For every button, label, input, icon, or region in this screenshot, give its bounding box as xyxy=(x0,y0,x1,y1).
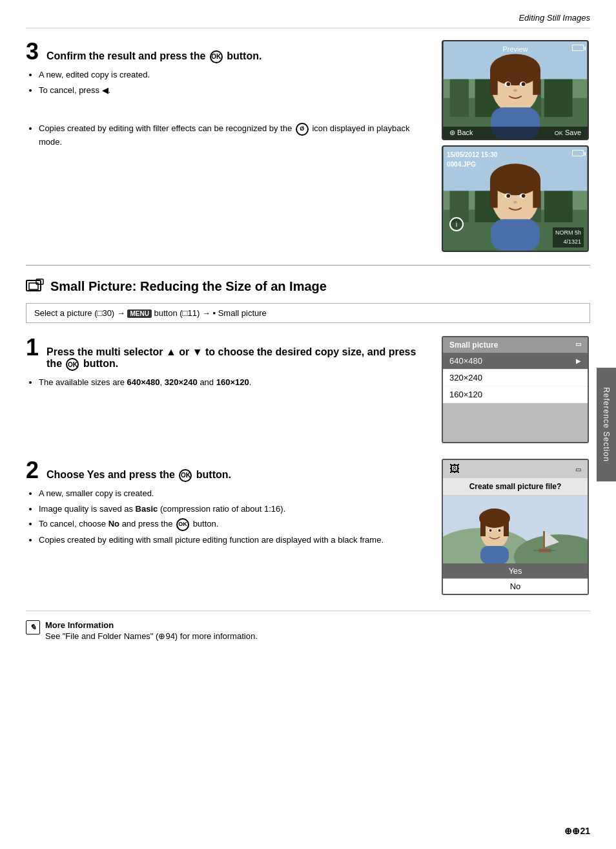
ok-icon-step1: OK xyxy=(66,358,79,371)
step-3-title: Confirm the result and press the OK butt… xyxy=(46,50,262,63)
step-2-title: Choose Yes and press the OK button. xyxy=(46,469,231,482)
step-3-number: 3 xyxy=(26,40,39,63)
page-header-title: Editing Still Images xyxy=(26,13,590,28)
svg-point-14 xyxy=(522,82,526,86)
svg-rect-52 xyxy=(480,546,509,563)
menu-battery: ▭ xyxy=(575,341,581,350)
svg-point-31 xyxy=(522,194,526,198)
step-2-bullets: A new, smaller copy is created. Image qu… xyxy=(26,487,429,546)
menu-screen-header: Small picture ▭ xyxy=(443,337,588,353)
page-number: ⊕⊕21 xyxy=(564,826,590,836)
filter-icon: Ø xyxy=(296,123,309,136)
menu-empty-space xyxy=(443,403,588,442)
step-2-bullet-2: Image quality is saved as Basic (compres… xyxy=(39,503,429,516)
playback-screen: 15/05/2012 15:30 0004.JPG i NORM 5h 4/13… xyxy=(442,145,589,252)
small-picture-menu: Small picture ▭ 640×480 ▶ 320×240 160×12… xyxy=(442,336,589,443)
playback-date: 15/05/2012 15:30 0004.JPG xyxy=(447,150,497,169)
menu-item-160: 160×120 xyxy=(443,386,588,403)
step-1-title: Press the multi selector ▲ or ▼ to choos… xyxy=(46,346,429,371)
step-2-left: 2 Choose Yes and press the OK button. A … xyxy=(26,459,429,595)
svg-point-13 xyxy=(506,82,510,86)
preview-screen: Preview ⊛ Back OK Save xyxy=(442,40,589,140)
small-picture-title: Small Picture: Reducing the Size of an I… xyxy=(50,279,327,294)
step-3-bullets: A new, edited copy is created. To cancel… xyxy=(26,68,429,96)
step-3-extra-bullet: Copies created by editing with filter ef… xyxy=(39,122,429,148)
more-info-text: See "File and Folder Names" (⊕94) for mo… xyxy=(45,631,590,641)
step-2-bullet-1: A new, smaller copy is created. xyxy=(39,487,429,500)
step-3-heading: 3 Confirm the result and press the OK bu… xyxy=(26,40,429,63)
svg-rect-46 xyxy=(480,518,486,536)
nav-path-box: Select a picture (□30) → MENU button (□1… xyxy=(26,303,590,323)
back-button: ⊛ Back xyxy=(449,129,473,137)
svg-point-51 xyxy=(498,529,501,532)
confirm-icon: 🖼 xyxy=(449,463,460,475)
playback-battery-icon xyxy=(572,150,584,156)
more-info-title: More Information xyxy=(45,620,590,630)
svg-point-15 xyxy=(513,89,517,92)
confirm-battery: ▭ xyxy=(575,466,581,473)
menu-btn: MENU xyxy=(127,309,151,318)
playback-norm: NORM 5h 4/1321 xyxy=(553,227,584,247)
step-1-bullet-1: The available sizes are 640×480, 320×240… xyxy=(39,376,429,389)
reference-tab: Reference Section xyxy=(597,368,616,481)
step-1-heading: 1 Press the multi selector ▲ or ▼ to cho… xyxy=(26,336,429,371)
confirm-yes: Yes xyxy=(443,563,588,578)
more-info-content: More Information See "File and Folder Na… xyxy=(45,620,590,641)
section-3: 3 Confirm the result and press the OK bu… xyxy=(26,40,590,252)
menu-item-640: 640×480 ▶ xyxy=(443,353,588,370)
step-1-left: 1 Press the multi selector ▲ or ▼ to cho… xyxy=(26,336,429,443)
step-2-heading: 2 Choose Yes and press the OK button. xyxy=(26,459,429,482)
ok-icon-cancel: OK xyxy=(176,518,189,531)
svg-rect-33 xyxy=(491,219,540,251)
step-3-extra-bullets: Copies created by editing with filter ef… xyxy=(26,122,429,148)
step-2-section: 2 Choose Yes and press the OK button. A … xyxy=(26,459,590,595)
preview-bottom-bar: ⊛ Back OK Save xyxy=(443,127,588,139)
section-3-right: Preview ⊛ Back OK Save xyxy=(442,40,590,252)
svg-rect-40 xyxy=(543,531,545,550)
step-1-bullets: The available sizes are 640×480, 320×240… xyxy=(26,376,429,389)
edit-icon: i xyxy=(449,217,464,231)
section-divider-1 xyxy=(26,265,590,266)
svg-point-25 xyxy=(490,163,540,195)
ok-button-icon: OK xyxy=(210,50,223,63)
menu-arrow-1: ▶ xyxy=(576,357,581,364)
svg-rect-27 xyxy=(533,180,540,208)
step-2-bullet-4: Copies created by editing with small pic… xyxy=(39,534,429,547)
menu-item-320: 320×240 xyxy=(443,370,588,386)
confirm-header: 🖼 ▭ xyxy=(443,460,588,478)
step-1-number: 1 xyxy=(26,336,39,359)
svg-rect-47 xyxy=(504,518,509,536)
step-3-bullet-2: To cancel, press ◀. xyxy=(39,84,429,97)
ok-icon-step2: OK xyxy=(179,469,192,482)
step-1-section: 1 Press the multi selector ▲ or ▼ to cho… xyxy=(26,336,590,443)
page-footer: ⊕⊕21 xyxy=(564,826,590,836)
step-1-right: Small picture ▭ 640×480 ▶ 320×240 160×12… xyxy=(442,336,590,443)
save-button: OK Save xyxy=(555,129,581,137)
small-picture-nav-icon: ▪ xyxy=(212,308,216,318)
step-2-right: 🖼 ▭ Create small picture file? xyxy=(442,459,590,595)
confirm-screen: 🖼 ▭ Create small picture file? xyxy=(442,459,589,595)
step-2-number: 2 xyxy=(26,459,39,482)
svg-point-32 xyxy=(513,201,517,204)
more-info-icon: ✎ xyxy=(26,620,40,634)
step-2-bullet-3: To cancel, choose No and press the OK bu… xyxy=(39,518,429,531)
small-picture-heading: Small Picture: Reducing the Size of an I… xyxy=(26,278,590,294)
svg-rect-10 xyxy=(533,70,540,95)
section-3-left: 3 Confirm the result and press the OK bu… xyxy=(26,40,429,252)
preview-label: Preview xyxy=(443,45,588,53)
confirm-title: Create small picture file? xyxy=(443,478,588,496)
svg-rect-5 xyxy=(544,73,573,117)
confirm-no: No xyxy=(443,578,588,594)
confirm-image-area xyxy=(443,496,588,563)
svg-rect-26 xyxy=(490,180,498,208)
more-info-section: ✎ More Information See "File and Folder … xyxy=(26,611,590,641)
small-picture-icon xyxy=(26,278,44,294)
svg-rect-9 xyxy=(490,70,498,95)
svg-point-30 xyxy=(506,194,510,198)
svg-point-50 xyxy=(489,529,492,532)
step-3-bullet-1: A new, edited copy is created. xyxy=(39,68,429,81)
